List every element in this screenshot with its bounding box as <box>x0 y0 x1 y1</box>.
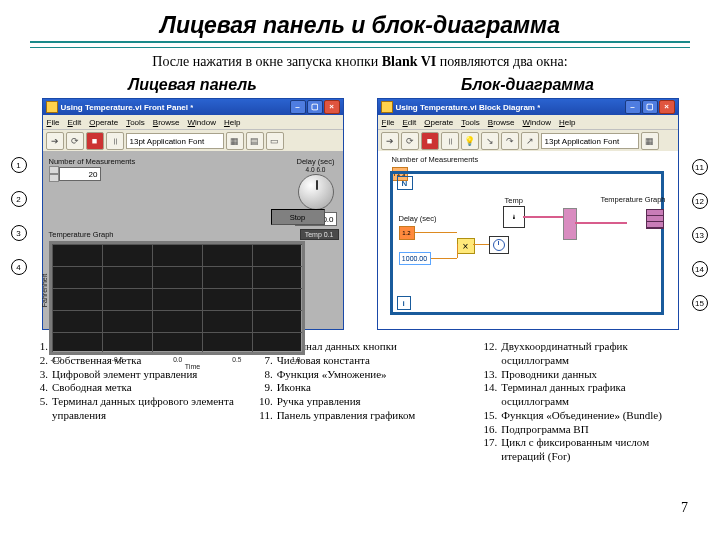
meas-control[interactable]: 20 <box>49 166 101 182</box>
graph-terminal[interactable] <box>646 209 664 229</box>
pause-button[interactable]: ॥ <box>441 132 459 150</box>
loop-n-icon: N <box>397 176 413 190</box>
menu-file[interactable]: File <box>382 118 395 127</box>
dist-button[interactable]: ▤ <box>246 132 264 150</box>
legend-item: Цикл с фиксированным числом итераций (Fo… <box>501 436 690 464</box>
fp-body: Number of Measurements 20 Delay (sec) 4.… <box>43 151 343 329</box>
step-into-button[interactable]: ↘ <box>481 132 499 150</box>
step-over-button[interactable]: ↷ <box>501 132 519 150</box>
bd-titlebar: Using Temperature.vi Block Diagram * – ▢… <box>378 99 678 115</box>
front-panel-window: 1 2 3 4 Using Temperature.vi Front Panel… <box>42 98 344 330</box>
legend-item: Терминал данных цифрового элемента управ… <box>52 395 241 423</box>
intro-prefix: После нажатия в окне запуска кнопки <box>152 54 381 69</box>
labview-icon <box>46 101 58 113</box>
minimize-button[interactable]: – <box>625 100 641 114</box>
step-out-button[interactable]: ↗ <box>521 132 539 150</box>
bd-meas-label: Number of Measurements <box>392 155 479 164</box>
meas-value[interactable]: 20 <box>59 167 101 181</box>
bd-toolbar: ➔ ⟳ ■ ॥ 💡 ↘ ↷ ↗ 13pt Application Font ▦ <box>378 130 678 153</box>
delay-terminal[interactable]: 1.2 <box>399 226 415 240</box>
callouts-right: 11 12 13 14 15 <box>692 159 708 311</box>
menu-tools[interactable]: Tools <box>461 118 480 127</box>
menu-edit[interactable]: Edit <box>67 118 81 127</box>
const-1000[interactable]: 1000.00 <box>399 252 431 265</box>
maximize-button[interactable]: ▢ <box>307 100 323 114</box>
xtick: -1.0 <box>51 356 62 363</box>
menu-edit[interactable]: Edit <box>402 118 416 127</box>
bd-menubar[interactable]: File Edit Operate Tools Browse Window He… <box>378 115 678 130</box>
meas-label: Number of Measurements <box>49 157 136 166</box>
close-button[interactable]: × <box>659 100 675 114</box>
graph-legend: Temp 0.1 <box>300 229 339 240</box>
delay-knob[interactable] <box>298 174 334 210</box>
close-button[interactable]: × <box>324 100 340 114</box>
minimize-button[interactable]: – <box>290 100 306 114</box>
pause-button[interactable]: ॥ <box>106 132 124 150</box>
reorder-button[interactable]: ▭ <box>266 132 284 150</box>
callout-15: 15 <box>692 295 708 311</box>
menu-tools[interactable]: Tools <box>126 118 145 127</box>
left-subhead: Лицевая панель <box>30 76 355 94</box>
bd-body: Number of Measurements I 2 3 N i Delay (… <box>378 151 678 329</box>
run-button[interactable]: ➔ <box>46 132 64 150</box>
menu-window[interactable]: Window <box>188 118 216 127</box>
align-button[interactable]: ▦ <box>226 132 244 150</box>
menu-help[interactable]: Help <box>559 118 575 127</box>
callout-4: 4 <box>11 259 27 275</box>
menu-operate[interactable]: Operate <box>89 118 118 127</box>
multiply-node[interactable]: × <box>457 238 475 254</box>
menu-browse[interactable]: Browse <box>153 118 180 127</box>
wait-ms-node[interactable] <box>489 236 509 254</box>
menu-browse[interactable]: Browse <box>488 118 515 127</box>
bd-title-text: Using Temperature.vi Block Diagram * <box>396 103 541 112</box>
legend-item: Панель управления графиком <box>277 409 416 423</box>
menu-file[interactable]: File <box>47 118 60 127</box>
intro-text: После нажатия в окне запуска кнопки Blan… <box>30 54 690 70</box>
xtick: -0.5 <box>112 356 123 363</box>
callout-3: 3 <box>11 225 27 241</box>
fp-title-text: Using Temperature.vi Front Panel * <box>61 103 194 112</box>
callout-2: 2 <box>11 191 27 207</box>
fp-titlebar: Using Temperature.vi Front Panel * – ▢ × <box>43 99 343 115</box>
page-title: Лицевая панель и блок-диаграмма <box>30 12 690 39</box>
legend-col-3: 12.Двухкоординатный график осциллограмм … <box>479 340 690 464</box>
bd-graph-label: Temperature Graph <box>600 195 665 204</box>
legend-item: Двухкоординатный график осциллограмм <box>501 340 690 368</box>
for-loop[interactable]: N i Delay (sec) 1.2 1000.00 × Temp 🌡 <box>390 171 664 315</box>
align-button[interactable]: ▦ <box>641 132 659 150</box>
x-axis-label: Time <box>49 363 337 370</box>
callout-11: 11 <box>692 159 708 175</box>
labview-icon <box>381 101 393 113</box>
abort-button[interactable]: ■ <box>86 132 104 150</box>
bundle-node[interactable] <box>563 208 577 240</box>
block-diagram-window: 11 12 13 14 15 Using Temperature.vi Bloc… <box>377 98 679 330</box>
abort-button[interactable]: ■ <box>421 132 439 150</box>
temp-subvi[interactable]: 🌡 <box>503 206 525 228</box>
callouts-left: 1 2 3 4 <box>11 157 27 275</box>
run-cont-button[interactable]: ⟳ <box>401 132 419 150</box>
bd-delay-label: Delay (sec) <box>399 214 437 223</box>
intro-suffix: появляются два окна: <box>436 54 567 69</box>
run-cont-button[interactable]: ⟳ <box>66 132 84 150</box>
clock-icon <box>493 239 505 251</box>
stop-button[interactable]: Stop <box>271 209 325 225</box>
menu-help[interactable]: Help <box>224 118 240 127</box>
spinner-icon[interactable] <box>49 166 57 182</box>
waveform-graph[interactable]: Fahrenheit <box>49 241 305 355</box>
temp-label: Temp <box>505 196 523 205</box>
loop-i-icon: i <box>397 296 411 310</box>
delay-label: Delay (sec) <box>295 157 337 166</box>
legend-item: Ручка управления <box>277 395 361 409</box>
intro-bold: Blank VI <box>382 54 437 69</box>
legend-item: Подпрограмма ВП <box>501 423 588 437</box>
legend-item: Терминал данных графика осциллограмм <box>501 381 690 409</box>
menu-window[interactable]: Window <box>523 118 551 127</box>
highlight-button[interactable]: 💡 <box>461 132 479 150</box>
run-button[interactable]: ➔ <box>381 132 399 150</box>
font-field[interactable]: 13pt Application Font <box>126 133 224 149</box>
fp-toolbar: ➔ ⟳ ■ ॥ 13pt Application Font ▦ ▤ ▭ <box>43 130 343 153</box>
fp-menubar[interactable]: File Edit Operate Tools Browse Window He… <box>43 115 343 130</box>
menu-operate[interactable]: Operate <box>424 118 453 127</box>
font-field[interactable]: 13pt Application Font <box>541 133 639 149</box>
maximize-button[interactable]: ▢ <box>642 100 658 114</box>
